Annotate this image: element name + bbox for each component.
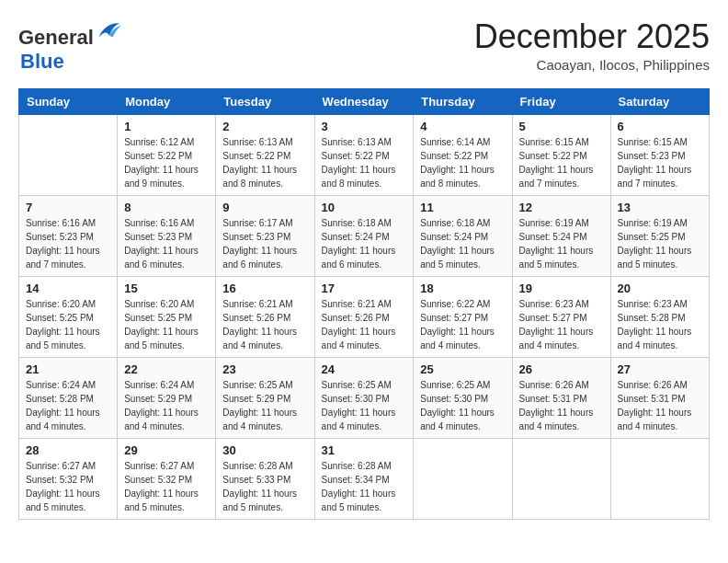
day-info: Sunrise: 6:19 AM Sunset: 5:25 PM Dayligh… <box>618 216 702 271</box>
day-number: 16 <box>222 282 307 295</box>
calendar-cell: 24Sunrise: 6:25 AM Sunset: 5:30 PM Dayli… <box>314 358 414 439</box>
day-number: 26 <box>519 362 604 376</box>
calendar-cell: 1Sunrise: 6:12 AM Sunset: 5:22 PM Daylig… <box>118 115 216 196</box>
day-number: 18 <box>420 282 505 295</box>
day-info: Sunrise: 6:20 AM Sunset: 5:25 PM Dayligh… <box>124 297 209 352</box>
calendar-cell: 20Sunrise: 6:23 AM Sunset: 5:28 PM Dayli… <box>610 277 709 358</box>
calendar-cell: 6Sunrise: 6:15 AM Sunset: 5:23 PM Daylig… <box>610 115 709 196</box>
calendar-cell: 26Sunrise: 6:26 AM Sunset: 5:31 PM Dayli… <box>512 358 610 439</box>
calendar-header-row: SundayMondayTuesdayWednesdayThursdayFrid… <box>19 89 710 115</box>
day-info: Sunrise: 6:13 AM Sunset: 5:22 PM Dayligh… <box>222 135 307 190</box>
day-info: Sunrise: 6:15 AM Sunset: 5:22 PM Dayligh… <box>519 135 604 190</box>
calendar-cell: 2Sunrise: 6:13 AM Sunset: 5:22 PM Daylig… <box>216 115 314 196</box>
day-number: 8 <box>124 201 209 214</box>
calendar-cell: 18Sunrise: 6:22 AM Sunset: 5:27 PM Dayli… <box>414 277 512 358</box>
calendar-cell: 22Sunrise: 6:24 AM Sunset: 5:29 PM Dayli… <box>118 358 216 439</box>
day-info: Sunrise: 6:14 AM Sunset: 5:22 PM Dayligh… <box>420 135 505 190</box>
day-number: 31 <box>322 443 407 457</box>
day-number: 28 <box>26 443 110 457</box>
day-info: Sunrise: 6:25 AM Sunset: 5:30 PM Dayligh… <box>420 378 505 433</box>
calendar-cell: 12Sunrise: 6:19 AM Sunset: 5:24 PM Dayli… <box>512 196 610 277</box>
day-info: Sunrise: 6:13 AM Sunset: 5:22 PM Dayligh… <box>322 135 407 190</box>
day-number: 12 <box>519 201 604 214</box>
day-number: 17 <box>322 282 407 295</box>
logo: General Blue <box>18 18 121 74</box>
weekday-header-friday: Friday <box>512 89 610 115</box>
day-info: Sunrise: 6:25 AM Sunset: 5:30 PM Dayligh… <box>322 378 407 433</box>
page-header: General Blue December 2025 Caoayan, Iloc… <box>18 18 710 74</box>
day-info: Sunrise: 6:25 AM Sunset: 5:29 PM Dayligh… <box>222 378 307 433</box>
calendar-cell: 28Sunrise: 6:27 AM Sunset: 5:32 PM Dayli… <box>19 439 118 520</box>
title-block: December 2025 Caoayan, Ilocos, Philippin… <box>474 18 710 73</box>
calendar-cell: 3Sunrise: 6:13 AM Sunset: 5:22 PM Daylig… <box>314 115 414 196</box>
weekday-header-thursday: Thursday <box>414 89 512 115</box>
location-title: Caoayan, Ilocos, Philippines <box>474 57 710 73</box>
day-number: 4 <box>420 120 505 133</box>
day-info: Sunrise: 6:24 AM Sunset: 5:28 PM Dayligh… <box>26 378 110 433</box>
calendar-cell: 10Sunrise: 6:18 AM Sunset: 5:24 PM Dayli… <box>314 196 414 277</box>
day-number: 9 <box>222 201 307 214</box>
logo-blue: Blue <box>20 50 64 73</box>
calendar-cell: 27Sunrise: 6:26 AM Sunset: 5:31 PM Dayli… <box>610 358 709 439</box>
calendar-cell: 31Sunrise: 6:28 AM Sunset: 5:34 PM Dayli… <box>314 439 414 520</box>
calendar-cell: 25Sunrise: 6:25 AM Sunset: 5:30 PM Dayli… <box>414 358 512 439</box>
day-info: Sunrise: 6:21 AM Sunset: 5:26 PM Dayligh… <box>222 297 307 352</box>
weekday-header-wednesday: Wednesday <box>314 89 414 115</box>
day-number: 6 <box>618 120 702 133</box>
day-info: Sunrise: 6:23 AM Sunset: 5:27 PM Dayligh… <box>519 297 604 352</box>
calendar-cell: 8Sunrise: 6:16 AM Sunset: 5:23 PM Daylig… <box>118 196 216 277</box>
day-number: 1 <box>124 120 209 133</box>
calendar-cell: 16Sunrise: 6:21 AM Sunset: 5:26 PM Dayli… <box>216 277 314 358</box>
calendar-cell: 19Sunrise: 6:23 AM Sunset: 5:27 PM Dayli… <box>512 277 610 358</box>
day-info: Sunrise: 6:19 AM Sunset: 5:24 PM Dayligh… <box>519 216 604 271</box>
calendar-cell: 5Sunrise: 6:15 AM Sunset: 5:22 PM Daylig… <box>512 115 610 196</box>
day-number: 24 <box>322 362 407 376</box>
calendar-week-row: 28Sunrise: 6:27 AM Sunset: 5:32 PM Dayli… <box>19 439 710 520</box>
day-info: Sunrise: 6:28 AM Sunset: 5:33 PM Dayligh… <box>222 459 307 514</box>
calendar-week-row: 14Sunrise: 6:20 AM Sunset: 5:25 PM Dayli… <box>19 277 710 358</box>
day-number: 3 <box>322 120 407 133</box>
day-number: 25 <box>420 362 505 376</box>
day-number: 19 <box>519 282 604 295</box>
day-info: Sunrise: 6:27 AM Sunset: 5:32 PM Dayligh… <box>26 459 110 514</box>
day-info: Sunrise: 6:16 AM Sunset: 5:23 PM Dayligh… <box>26 216 110 271</box>
calendar-cell <box>414 439 512 520</box>
calendar-cell <box>19 115 118 196</box>
calendar-cell: 23Sunrise: 6:25 AM Sunset: 5:29 PM Dayli… <box>216 358 314 439</box>
day-info: Sunrise: 6:23 AM Sunset: 5:28 PM Dayligh… <box>618 297 702 352</box>
day-info: Sunrise: 6:26 AM Sunset: 5:31 PM Dayligh… <box>618 378 702 433</box>
calendar-cell: 15Sunrise: 6:20 AM Sunset: 5:25 PM Dayli… <box>118 277 216 358</box>
day-info: Sunrise: 6:18 AM Sunset: 5:24 PM Dayligh… <box>322 216 407 271</box>
day-info: Sunrise: 6:26 AM Sunset: 5:31 PM Dayligh… <box>519 378 604 433</box>
weekday-header-sunday: Sunday <box>19 89 118 115</box>
day-number: 11 <box>420 201 505 214</box>
logo-text: General Blue <box>18 18 121 74</box>
day-info: Sunrise: 6:22 AM Sunset: 5:27 PM Dayligh… <box>420 297 505 352</box>
day-info: Sunrise: 6:28 AM Sunset: 5:34 PM Dayligh… <box>322 459 407 514</box>
day-number: 15 <box>124 282 209 295</box>
calendar-week-row: 1Sunrise: 6:12 AM Sunset: 5:22 PM Daylig… <box>19 115 710 196</box>
day-number: 29 <box>124 443 209 457</box>
day-number: 22 <box>124 362 209 376</box>
calendar-cell: 30Sunrise: 6:28 AM Sunset: 5:33 PM Dayli… <box>216 439 314 520</box>
day-number: 5 <box>519 120 604 133</box>
day-number: 30 <box>222 443 307 457</box>
calendar-cell: 14Sunrise: 6:20 AM Sunset: 5:25 PM Dayli… <box>19 277 118 358</box>
day-info: Sunrise: 6:27 AM Sunset: 5:32 PM Dayligh… <box>124 459 209 514</box>
calendar-cell <box>512 439 610 520</box>
day-info: Sunrise: 6:17 AM Sunset: 5:23 PM Dayligh… <box>222 216 307 271</box>
weekday-header-tuesday: Tuesday <box>216 89 314 115</box>
day-number: 23 <box>222 362 307 376</box>
calendar-cell: 17Sunrise: 6:21 AM Sunset: 5:26 PM Dayli… <box>314 277 414 358</box>
day-info: Sunrise: 6:24 AM Sunset: 5:29 PM Dayligh… <box>124 378 209 433</box>
calendar-week-row: 21Sunrise: 6:24 AM Sunset: 5:28 PM Dayli… <box>19 358 710 439</box>
day-info: Sunrise: 6:18 AM Sunset: 5:24 PM Dayligh… <box>420 216 505 271</box>
day-number: 21 <box>26 362 110 376</box>
calendar-cell <box>610 439 709 520</box>
day-number: 7 <box>26 201 110 214</box>
day-number: 20 <box>618 282 702 295</box>
calendar-cell: 9Sunrise: 6:17 AM Sunset: 5:23 PM Daylig… <box>216 196 314 277</box>
day-info: Sunrise: 6:20 AM Sunset: 5:25 PM Dayligh… <box>26 297 110 352</box>
day-info: Sunrise: 6:15 AM Sunset: 5:23 PM Dayligh… <box>618 135 702 190</box>
calendar-cell: 4Sunrise: 6:14 AM Sunset: 5:22 PM Daylig… <box>414 115 512 196</box>
